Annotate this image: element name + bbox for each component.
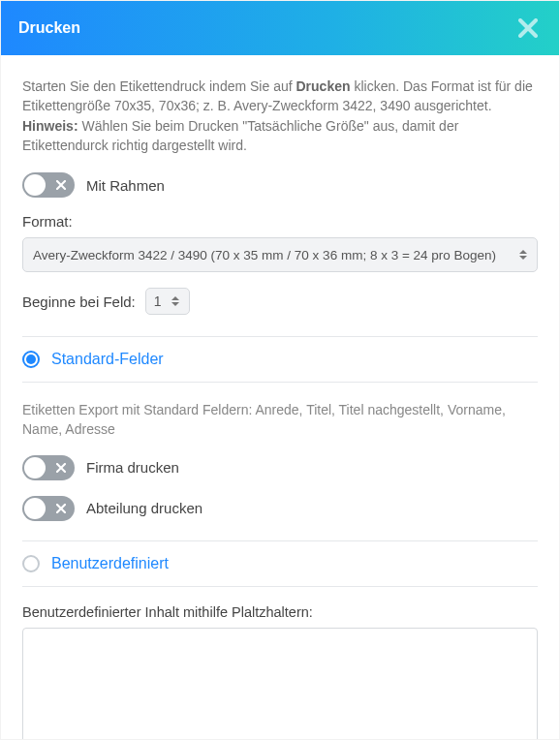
toggle-company-row: Firma drucken (22, 455, 538, 480)
hint-label: Hinweis: (22, 118, 78, 134)
start-field-label: Beginne bei Feld: (22, 293, 136, 310)
radio-custom[interactable]: Benutzerdefiniert (22, 555, 538, 572)
radio-indicator (22, 351, 40, 368)
x-icon (56, 180, 66, 190)
start-field-value: 1 (154, 293, 162, 309)
dialog-header: Drucken (1, 1, 559, 55)
start-field-row: Beginne bei Feld: 1 (22, 288, 538, 315)
toggle-knob (24, 457, 46, 478)
dialog-content: Starten Sie den Etikettendruck indem Sie… (1, 55, 559, 739)
intro-text: Starten Sie den Etikettendruck indem Sie… (22, 77, 538, 155)
toggle-department-row: Abteilung drucken (22, 496, 538, 521)
toggle-frame-row: Mit Rahmen (22, 172, 538, 198)
custom-content-textarea[interactable] (22, 628, 538, 739)
radio-indicator (22, 555, 40, 572)
intro-strong: Drucken (296, 78, 351, 94)
toggle-frame[interactable] (22, 172, 75, 198)
toggle-knob (24, 174, 46, 196)
print-dialog: Drucken Starten Sie den Etikettendruck i… (0, 0, 560, 740)
toggle-frame-label: Mit Rahmen (86, 177, 165, 194)
radio-section-standard: Standard-Felder (22, 336, 538, 383)
toggle-knob (24, 498, 46, 519)
x-icon (56, 504, 66, 513)
close-button[interactable] (514, 15, 542, 42)
select-caret-icon (168, 296, 183, 306)
x-icon (56, 463, 66, 473)
standard-desc: Etiketten Export mit Standard Feldern: A… (22, 400, 538, 440)
toggle-company-label: Firma drucken (86, 459, 179, 476)
radio-standard-label: Standard-Felder (51, 351, 164, 368)
radio-section-custom: Benutzerdefiniert (22, 540, 538, 587)
toggle-department-label: Abteilung drucken (86, 500, 202, 516)
radio-dot (26, 355, 36, 364)
toggle-company[interactable] (22, 455, 75, 480)
toggle-department[interactable] (22, 496, 75, 521)
radio-custom-label: Benutzerdefiniert (51, 555, 169, 572)
format-select[interactable]: Avery-Zweckform 3422 / 3490 (70 x 35 mm … (22, 237, 538, 272)
close-icon (517, 17, 539, 39)
intro-part1: Starten Sie den Etikettendruck indem Sie… (22, 78, 296, 94)
radio-standard[interactable]: Standard-Felder (22, 351, 538, 368)
hint-text: Wählen Sie beim Drucken "Tatsächliche Gr… (22, 118, 458, 153)
select-caret-icon (515, 250, 531, 260)
standard-section-body: Etiketten Export mit Standard Feldern: A… (22, 383, 538, 540)
custom-content-label: Benutzerdefinierter Inhalt mithilfe Plal… (22, 604, 538, 620)
format-selected-value: Avery-Zweckform 3422 / 3490 (70 x 35 mm … (33, 248, 496, 262)
start-field-select[interactable]: 1 (145, 288, 190, 315)
format-label: Format: (22, 213, 538, 230)
dialog-title: Drucken (18, 19, 80, 37)
